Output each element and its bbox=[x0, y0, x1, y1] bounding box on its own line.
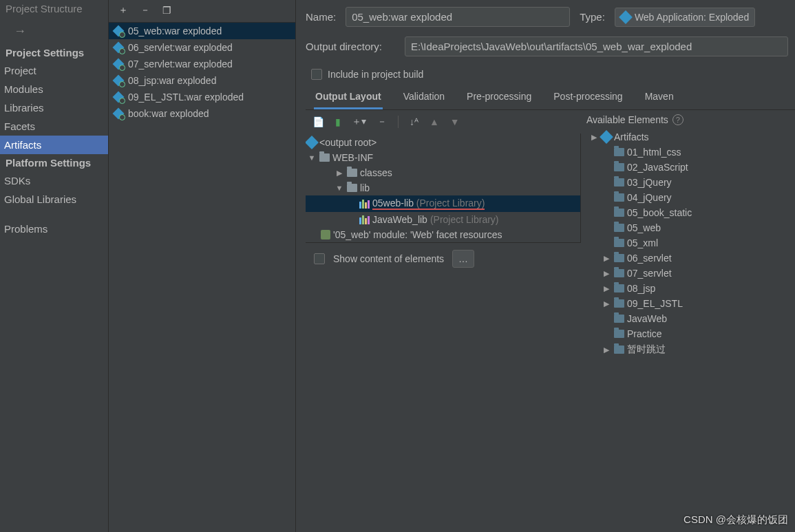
available-item[interactable]: 05_book_static bbox=[586, 205, 788, 220]
available-title: Available Elements bbox=[586, 114, 668, 125]
module-icon bbox=[614, 239, 624, 247]
artifact-toolbar: ＋ － ❐ bbox=[109, 0, 295, 23]
tab-preprocessing[interactable]: Pre-processing bbox=[465, 87, 533, 109]
toolbar-divider bbox=[398, 116, 399, 128]
expand-icon[interactable]: ▶ bbox=[335, 169, 344, 178]
artifact-list-panel: ＋ － ❐ 05_web:war exploded06_servlet:war … bbox=[109, 0, 296, 532]
nav-problems[interactable]: Problems bbox=[0, 220, 108, 238]
artifact-label: 05_web:war exploded bbox=[128, 25, 222, 36]
available-item[interactable]: 03_jQuery bbox=[586, 175, 788, 190]
available-item[interactable]: JavaWeb bbox=[586, 311, 788, 326]
move-down-icon[interactable]: ▼ bbox=[450, 116, 460, 127]
window-title: Project Structure bbox=[0, 0, 108, 21]
tab-output-layout[interactable]: Output Layout bbox=[314, 87, 383, 109]
available-item[interactable]: 01_html_css bbox=[586, 145, 788, 160]
tree-classes[interactable]: ▶ classes bbox=[306, 165, 580, 180]
remove-artifact-icon[interactable]: － bbox=[140, 4, 150, 17]
tree-lib-javaweb[interactable]: JavaWeb_lib (Project Library) bbox=[306, 212, 580, 227]
nav-global-libraries[interactable]: Global Libraries bbox=[0, 190, 108, 209]
library-icon bbox=[359, 215, 370, 224]
nav-facets[interactable]: Facets bbox=[0, 117, 108, 136]
artifact-item[interactable]: book:war exploded bbox=[109, 105, 295, 122]
module-icon bbox=[614, 315, 624, 323]
artifact-item[interactable]: 06_servlet:war exploded bbox=[109, 39, 295, 56]
module-icon bbox=[614, 148, 624, 156]
available-item-label: 07_servlet bbox=[627, 268, 672, 279]
available-item[interactable]: 02_JavaScript bbox=[586, 160, 788, 175]
available-item[interactable]: ▶07_servlet bbox=[586, 266, 788, 281]
nav-libraries[interactable]: Libraries bbox=[0, 98, 108, 117]
war-icon bbox=[113, 42, 124, 53]
available-item[interactable]: Practice bbox=[586, 326, 788, 341]
add-copy-icon[interactable]: ＋▾ bbox=[352, 116, 366, 128]
available-item-label: 02_JavaScript bbox=[627, 162, 688, 173]
available-item-label: 04_jQuery bbox=[627, 192, 672, 203]
available-item[interactable]: 04_jQuery bbox=[586, 190, 788, 205]
expand-icon[interactable]: ▶ bbox=[602, 284, 611, 293]
expand-icon[interactable]: ▼ bbox=[335, 184, 344, 192]
show-content-checkbox[interactable] bbox=[314, 253, 325, 264]
expand-icon[interactable]: ▶ bbox=[602, 345, 611, 354]
facet-label: '05_web' module: 'Web' facet resources bbox=[333, 229, 502, 240]
add-artifact-icon[interactable]: ＋ bbox=[118, 4, 128, 17]
folder-icon bbox=[347, 184, 357, 192]
module-icon bbox=[614, 269, 624, 277]
folder-icon bbox=[347, 169, 357, 177]
artifact-item[interactable]: 07_servlet:war exploded bbox=[109, 56, 295, 72]
show-content-label: Show content of elements bbox=[333, 253, 444, 264]
lib1-suffix: (Project Library) bbox=[416, 198, 485, 209]
folder-icon bbox=[319, 153, 330, 162]
tree-facet[interactable]: '05_web' module: 'Web' facet resources bbox=[306, 227, 580, 242]
nav-sdks[interactable]: SDKs bbox=[0, 171, 108, 190]
watermark: CSDN @会核爆的饭团 bbox=[683, 513, 788, 526]
artifact-item[interactable]: 09_EL_JSTL:war exploded bbox=[109, 89, 295, 105]
nav-artifacts[interactable]: Artifacts bbox=[0, 136, 108, 154]
back-arrow-icon[interactable]: → bbox=[0, 21, 108, 44]
expand-icon[interactable]: ▶ bbox=[602, 269, 611, 278]
available-item[interactable]: ▶暂时跳过 bbox=[586, 341, 788, 358]
outdir-input[interactable] bbox=[405, 36, 788, 56]
new-archive-icon[interactable]: ▮ bbox=[335, 116, 341, 127]
artifact-item[interactable]: 08_jsp:war exploded bbox=[109, 72, 295, 89]
include-checkbox[interactable] bbox=[311, 69, 322, 80]
expand-icon[interactable]: ▶ bbox=[602, 299, 611, 308]
type-dropdown[interactable]: Web Application: Exploded bbox=[615, 8, 755, 27]
expand-icon[interactable]: ▼ bbox=[307, 153, 317, 162]
expand-icon[interactable]: ▶ bbox=[602, 254, 611, 263]
avail-artifacts-root[interactable]: ▶ Artifacts bbox=[586, 129, 788, 145]
available-item[interactable]: ▶08_jsp bbox=[586, 281, 788, 296]
tab-postprocessing[interactable]: Post-processing bbox=[552, 87, 624, 109]
tree-lib-05web[interactable]: 05web-lib (Project Library) bbox=[306, 195, 580, 212]
artifact-item[interactable]: 05_web:war exploded bbox=[109, 23, 295, 39]
tab-validation[interactable]: Validation bbox=[402, 87, 446, 109]
new-folder-icon[interactable]: 📄 bbox=[312, 116, 324, 127]
remove-icon[interactable]: － bbox=[377, 116, 387, 128]
tree-lib[interactable]: ▼ lib bbox=[306, 180, 580, 195]
available-item[interactable]: ▶09_EL_JSTL bbox=[586, 296, 788, 311]
nav-modules[interactable]: Modules bbox=[0, 80, 108, 98]
module-icon bbox=[614, 209, 624, 217]
more-options-button[interactable]: … bbox=[452, 250, 474, 268]
type-label: Type: bbox=[580, 11, 605, 23]
artifact-label: 09_EL_JSTL:war exploded bbox=[128, 92, 244, 103]
expand-icon[interactable]: ▶ bbox=[589, 133, 599, 142]
help-icon[interactable]: ? bbox=[672, 114, 683, 125]
web-app-icon bbox=[619, 10, 633, 24]
available-item-label: 05_xml bbox=[627, 237, 658, 248]
copy-artifact-icon[interactable]: ❐ bbox=[162, 5, 171, 16]
available-item[interactable]: 05_web bbox=[586, 220, 788, 235]
available-item[interactable]: 05_xml bbox=[586, 235, 788, 251]
module-icon bbox=[614, 224, 624, 232]
tab-maven[interactable]: Maven bbox=[644, 87, 675, 109]
nav-project[interactable]: Project bbox=[0, 61, 108, 80]
available-item-label: 暂时跳过 bbox=[627, 343, 666, 356]
available-item-label: JavaWeb bbox=[627, 313, 667, 324]
tree-output-root[interactable]: <output root> bbox=[306, 135, 580, 150]
name-input[interactable] bbox=[346, 7, 570, 27]
artifact-label: 06_servlet:war exploded bbox=[128, 42, 233, 53]
tree-webinf[interactable]: ▼ WEB-INF bbox=[306, 150, 580, 165]
sidebar-nav: Project Structure → Project Settings Pro… bbox=[0, 0, 109, 532]
move-up-icon[interactable]: ▲ bbox=[430, 116, 439, 127]
available-item[interactable]: ▶06_servlet bbox=[586, 251, 788, 266]
sort-icon[interactable]: ↓ᴬ bbox=[410, 116, 418, 127]
